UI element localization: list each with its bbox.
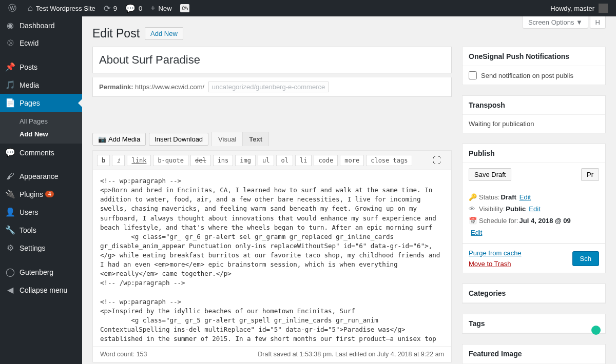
howdy-item[interactable]: Howdy, master	[546, 0, 612, 16]
wp-logo[interactable]: ⓦ	[4, 0, 24, 16]
home-icon: ⌂	[28, 4, 33, 13]
comment-icon: 💬	[125, 4, 136, 13]
comments-item[interactable]: 💬0	[121, 0, 146, 16]
updates-count: 9	[113, 5, 117, 12]
update-icon: ⟳	[104, 4, 110, 13]
avatar-icon	[599, 4, 608, 13]
site-name-item[interactable]: ⌂Test Wordpress Site	[24, 0, 100, 16]
cart-item[interactable]: 🛍	[176, 0, 197, 16]
new-content-item[interactable]: +New	[146, 0, 176, 16]
admin-bar: ⓦ ⌂Test Wordpress Site ⟳9 💬0 +New 🛍 Howd…	[0, 0, 616, 16]
plus-icon: +	[150, 4, 155, 13]
cart-icon: 🛍	[180, 4, 189, 12]
site-name-label: Test Wordpress Site	[36, 5, 95, 12]
howdy-label: Howdy, master	[550, 5, 594, 12]
new-label: New	[159, 5, 172, 12]
wordpress-icon: ⓦ	[8, 3, 16, 14]
updates-item[interactable]: ⟳9	[100, 0, 121, 16]
comments-count: 0	[139, 5, 142, 12]
